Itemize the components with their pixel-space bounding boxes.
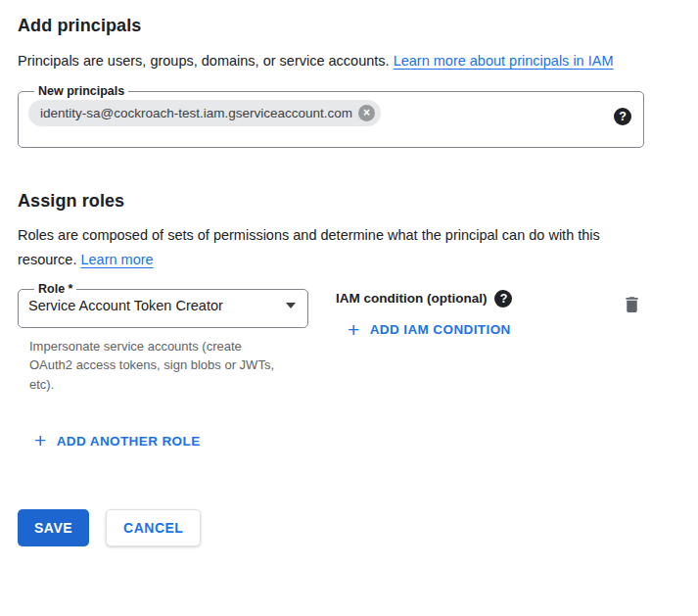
principal-chip-value: identity-sa@cockroach-test.iam.gservicea… [40, 106, 352, 120]
dropdown-arrow-icon [286, 303, 296, 308]
dialog-actions: SAVE CANCEL [18, 509, 680, 546]
delete-role-button[interactable] [620, 292, 644, 320]
add-iam-condition-button[interactable]: + ADD IAM CONDITION [348, 321, 511, 339]
new-principals-field[interactable]: New principals identity-sa@cockroach-tes… [18, 85, 644, 148]
role-selected-value: Service Account Token Creator [28, 298, 223, 313]
role-value-row: Service Account Token Creator [28, 298, 296, 313]
iam-condition-column: IAM condition (optional) ? + ADD IAM CON… [336, 283, 512, 341]
learn-more-roles-link[interactable]: Learn more [80, 252, 153, 267]
principals-help-icon[interactable]: ? [614, 108, 631, 125]
plus-icon: + [34, 432, 47, 450]
principal-chip: identity-sa@cockroach-test.iam.gservicea… [28, 100, 381, 126]
page-title: Add principals [18, 16, 680, 36]
add-iam-condition-label: ADD IAM CONDITION [370, 322, 511, 337]
principals-description-text: Principals are users, groups, domains, o… [18, 53, 394, 69]
cancel-button[interactable]: CANCEL [106, 509, 201, 546]
iam-condition-help-icon[interactable]: ? [494, 290, 512, 308]
role-column: Role * Service Account Token Creator Imp… [18, 283, 308, 395]
trash-icon [622, 294, 642, 315]
roles-description: Roles are composed of sets of permission… [18, 223, 623, 273]
save-button[interactable]: SAVE [18, 509, 89, 546]
role-label: Role * [34, 283, 76, 296]
learn-more-principals-link[interactable]: Learn more about principals in IAM [394, 53, 614, 69]
role-helper-text: Impersonate service accounts (create OAu… [29, 337, 276, 395]
iam-condition-label: IAM condition (optional) [336, 291, 487, 306]
role-select[interactable]: Role * Service Account Token Creator [18, 283, 308, 328]
assign-roles-title: Assign roles [18, 191, 680, 212]
add-another-role-button[interactable]: + ADD ANOTHER ROLE [34, 432, 201, 450]
principals-description: Principals are users, groups, domains, o… [18, 49, 654, 74]
role-row: Role * Service Account Token Creator Imp… [18, 283, 644, 395]
iam-condition-label-row: IAM condition (optional) ? [336, 290, 512, 308]
new-principals-label: New principals [34, 85, 128, 98]
chip-remove-icon[interactable]: × [358, 105, 375, 121]
add-another-role-label: ADD ANOTHER ROLE [57, 434, 201, 449]
plus-icon: + [348, 321, 360, 339]
